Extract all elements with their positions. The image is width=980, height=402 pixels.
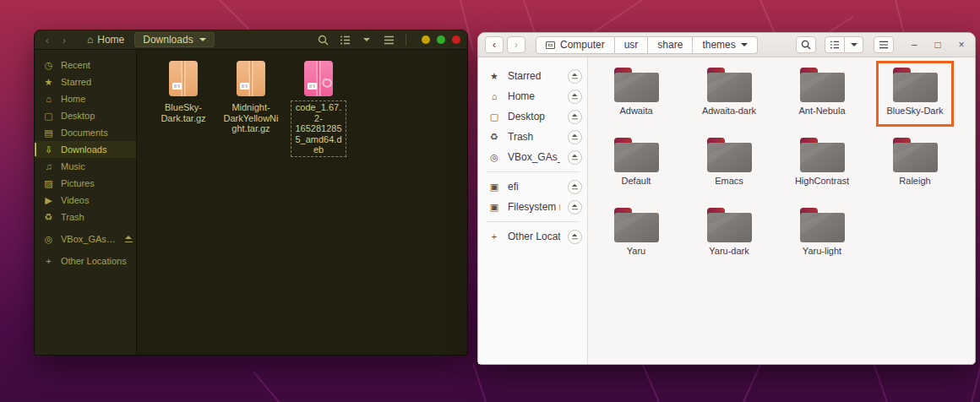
folder-label: HighContrast [795,176,849,186]
folder-highcontrast[interactable]: HighContrast [785,133,859,195]
right-titlebar: ‹ › Computerusrsharethemes –□× [478,33,975,57]
maximize-button[interactable] [437,35,445,44]
folder-label: Yaru-light [803,246,841,256]
eject-button[interactable] [568,130,582,144]
sidebar-item-pictures[interactable]: ▨ Pictures [35,175,136,192]
sidebar-item-starred[interactable]: ★ Starred [478,66,587,86]
eject-button[interactable] [568,230,582,244]
folder-adwaita[interactable]: Adwaita [599,62,673,125]
eject-button[interactable] [568,110,582,124]
left-titlebar: ‹ › ⌂ Home Downloads [35,30,467,50]
sidebar-item-recent[interactable]: ◷ Recent [35,57,136,73]
location-button-downloads[interactable]: Downloads [134,32,214,47]
path-button-themes[interactable]: themes [693,36,757,54]
eject-button[interactable] [568,180,582,194]
folder-label: BlueSky-Dark [886,106,943,116]
optical-disc-icon: ◎ [43,234,54,245]
eject-button[interactable] [568,69,582,84]
folder-icon [798,204,846,243]
view-options-icon[interactable] [358,33,375,46]
sidebar-divider [487,171,579,172]
folder-icon [798,64,846,103]
close-button[interactable] [452,35,460,44]
sidebar-item-vbox-gas-6-1[interactable]: ◎ VBox_GAs_6.1... [35,231,136,247]
folder-raleigh[interactable]: Raleigh [878,133,952,195]
desktop-background: ‹ › ⌂ Home Downloads [0,0,980,402]
file-label: BlueSky-Dark.tar.gz [152,100,215,125]
file-bluesky-dark-tar-gz[interactable]: BlueSky-Dark.tar.gz [150,58,216,125]
folder-adwaita-dark[interactable]: Adwaita-dark [692,62,766,125]
sidebar-divider [487,221,579,222]
hamburger-menu-icon[interactable] [380,33,397,46]
file-code-1-67-2-1652812855-amd64-deb[interactable]: code_1.67.2-1652812855_amd64.deb [286,58,351,157]
forward-button[interactable]: › [58,34,70,46]
chevron-down-icon [741,43,748,46]
sidebar-item-efi[interactable]: ▣ efi [478,177,587,197]
sidebar-item-home[interactable]: ⌂ Home [35,90,136,107]
search-button[interactable] [796,36,816,53]
path-button-usr[interactable]: usr [615,36,649,54]
home-location-button[interactable]: ⌂ Home [87,34,124,46]
right-window: ‹ › Computerusrsharethemes –□× ★ Starred [477,32,976,365]
file-label: code_1.67.2-1652812855_amd64.deb [291,100,346,157]
folder-yaru-dark[interactable]: Yaru-dark [692,203,766,265]
sidebar-item-desktop[interactable]: ▢ Desktop [35,107,136,124]
close-button[interactable]: × [955,39,968,51]
sidebar-item-trash[interactable]: ♻ Trash [35,209,136,225]
minimize-button[interactable] [422,35,430,44]
folder-icon [612,64,660,103]
eject-button[interactable] [568,150,582,165]
list-view-button[interactable] [825,36,845,53]
breadcrumb: Computerusrsharethemes [536,36,758,54]
folder-ant-nebula[interactable]: Ant-Nebula [785,62,859,125]
sidebar-item-downloads[interactable]: ⇩ Downloads [35,141,136,158]
sidebar-item-filesystem-root[interactable]: ▣ Filesystem root [478,197,587,217]
folder-label: Adwaita [619,106,652,116]
folder-label: Yaru [627,246,645,256]
eject-button[interactable] [568,90,582,104]
folder-bluesky-dark[interactable]: BlueSky-Dark [878,62,952,125]
eject-button[interactable] [568,200,582,215]
hamburger-menu-button[interactable] [874,36,894,53]
eject-button[interactable] [125,236,133,242]
home-icon: ⌂ [87,34,93,46]
sidebar-item-vbox-gas-6-1-34[interactable]: ◎ VBox_GAs_6.1.34 [478,147,587,167]
titlebar-divider [406,34,406,46]
back-button[interactable]: ‹ [41,34,53,46]
sidebar-item-desktop[interactable]: ▢ Desktop [478,106,587,127]
folder-emacs[interactable]: Emacs [692,133,766,195]
list-view-icon[interactable] [336,33,353,46]
location-label: Downloads [143,34,193,46]
file-label: Midnight-DarkYellowNight.tar.gz [220,100,282,136]
folder-icon [705,64,753,103]
path-button-share[interactable]: share [648,36,693,54]
sidebar-item-home[interactable]: ⌂ Home [478,86,587,106]
document-icon: ▤ [43,128,54,139]
folder-yaru-light[interactable]: Yaru-light [785,203,859,265]
deb-package-icon [303,60,334,97]
chevron-down-icon [199,38,206,41]
sidebar-item-other-locations[interactable]: + Other Locations [35,253,136,269]
search-icon[interactable] [314,33,331,46]
sidebar-item-starred[interactable]: ★ Starred [35,73,136,90]
path-button-computer[interactable]: Computer [536,36,615,54]
view-options-button[interactable] [845,36,863,53]
sidebar-item-trash[interactable]: ♻ Trash [478,127,587,147]
maximize-button[interactable]: □ [931,39,945,51]
sidebar-item-documents[interactable]: ▤ Documents [35,124,136,141]
folder-label: Default [622,176,651,186]
sidebar-item-other-locations[interactable]: + Other Locations [478,226,587,247]
back-button[interactable]: ‹ [485,36,504,53]
sidebar-item-videos[interactable]: ▶ Videos [35,192,136,209]
folder-yaru[interactable]: Yaru [599,203,673,265]
folder-icon [705,204,753,243]
file-midnight-darkyellownight-tar-gz[interactable]: Midnight-DarkYellowNight.tar.gz [218,58,284,136]
left-file-area: BlueSky-Dark.tar.gz Midnight-DarkYellowN… [137,50,467,355]
right-sidebar: ★ Starred ⌂ Home ▢ Desktop ♻ Trash ◎ VBo… [478,57,588,364]
folder-label: Ant-Nebula [798,106,845,116]
folder-icon [891,134,939,173]
sidebar-item-music[interactable]: ♫ Music [35,158,136,175]
minimize-button[interactable]: – [907,39,921,51]
forward-button[interactable]: › [507,36,525,53]
folder-default[interactable]: Default [599,133,673,195]
